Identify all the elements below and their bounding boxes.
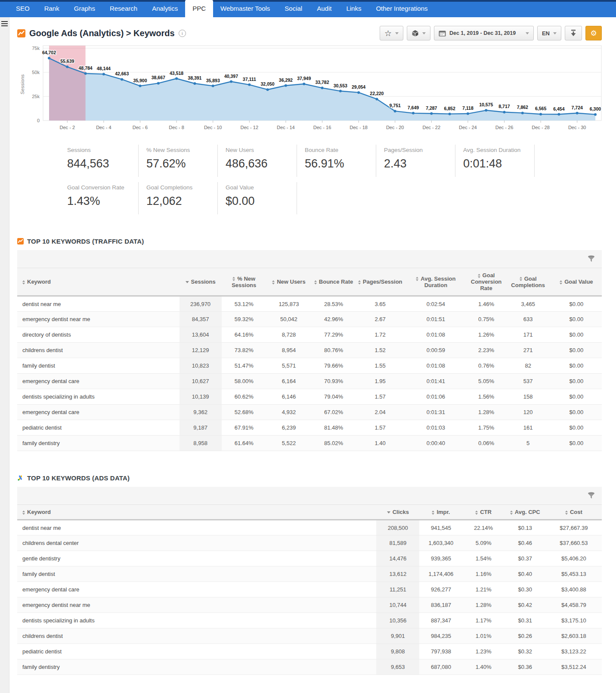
language-selector[interactable]: EN [537,26,561,40]
nav-item-other-integrations[interactable]: Other Integrations [368,0,435,17]
column-header-ctr[interactable]: CTR [463,505,505,520]
cell-impr: 926,277 [419,582,462,597]
settings-button[interactable]: ⚙ [585,26,602,40]
nav-item-links[interactable]: Links [339,0,368,17]
cell-goal-conversion-rate: 0.76% [467,358,505,374]
table-row: emergency dental care9,36252.68%4,93267.… [17,405,602,420]
info-icon[interactable]: i [179,30,186,37]
cell-cost: $3,175.10 [546,613,602,628]
column-header-goal-conversion-rate[interactable]: Goal Conversion Rate [467,268,505,296]
cell-bounce-rate: 67.02% [311,405,356,420]
cell-goal-conversion-rate: 1.56% [467,389,505,405]
column-header-impr[interactable]: Impr. [419,505,462,520]
column-header-goal-completions[interactable]: Goal Completions [505,268,551,296]
svg-text:50k: 50k [32,70,40,75]
cell-impr: 939,365 [419,551,462,566]
svg-text:Dec - 30: Dec - 30 [568,125,586,130]
cell-bounce-rate: 85.02% [311,436,356,451]
metric-new-users: New Users 486,636 [218,145,297,177]
google-ads-icon [17,475,24,481]
cell-avg-cpc: $0.32 [505,644,546,659]
package-button[interactable] [407,26,430,40]
column-header-avg-session-duration[interactable]: Avg. Session Duration [404,268,467,296]
cell-avg-cpc: $0.36 [505,659,546,675]
nav-item-webmaster-tools[interactable]: Webmaster Tools [213,0,277,17]
metric-label: Goal Conversion Rate [67,184,138,191]
column-header-keyword[interactable]: Keyword [17,268,180,296]
cell-goal-completions: 271 [505,343,551,358]
cell-bounce-rate: 28.53% [311,296,356,312]
download-button[interactable] [565,26,582,40]
nav-item-analytics[interactable]: Analytics [145,0,185,17]
column-header-cost[interactable]: Cost [546,505,602,520]
column-header-bounce-rate[interactable]: Bounce Rate [311,268,356,296]
svg-text:7,649: 7,649 [408,105,419,110]
cell-goal-value: $0.00 [551,436,602,451]
column-header-new-sessions[interactable]: % New Sessions [222,268,266,296]
section-title-text: TOP 10 KEYWORDS (TRAFFIC DATA) [27,238,144,245]
table-row: childrens dental center81,5891,603,3405.… [17,535,602,551]
svg-text:6,852: 6,852 [444,106,455,111]
svg-text:36,292: 36,292 [279,77,293,83]
cell-new-users: 6,164 [266,374,311,389]
column-header-new-users[interactable]: New Users [266,268,311,296]
traffic-table-title: TOP 10 KEYWORDS (TRAFFIC DATA) [17,238,602,245]
column-header-pages-session[interactable]: Pages/Session [356,268,404,296]
star-icon: ☆ [384,29,392,37]
table-row: dentists specializing in adults10,13960.… [17,389,602,405]
cell-pages-session: 1.95 [356,374,404,389]
header-toolbar: ☆ Dec 1, 2019 - Dec 31, 2019 EN [380,26,602,40]
metric-value: 12,062 [146,195,217,208]
chevron-down-icon [395,32,399,34]
cell-new-users: 6,146 [266,389,311,405]
svg-text:Dec - 28: Dec - 28 [532,125,550,130]
cell-avg-session-duration: 0:01:08 [404,358,467,374]
column-header-sessions[interactable]: Sessions [180,268,222,296]
favorites-button[interactable]: ☆ [380,26,403,40]
cell-impr: 836,187 [419,597,462,613]
svg-text:35,900: 35,900 [133,78,147,83]
cell-bounce-rate: 79.66% [311,358,356,374]
package-icon [412,30,419,37]
cell-pages-session: 1.40 [356,436,404,451]
cell-keyword: dentist near me [17,520,376,535]
nav-item-seo[interactable]: SEO [9,0,37,17]
column-header-keyword[interactable]: Keyword [17,505,376,520]
filter-icon[interactable] [588,255,595,263]
cell-avg-cpc: $0.40 [505,566,546,582]
svg-text:Dec - 18: Dec - 18 [350,125,368,130]
ads-keywords-table: KeywordClicksImpr.CTRAvg. CPCCostdentist… [17,487,602,675]
cell-avg-cpc: $0.30 [505,582,546,597]
cell-clicks: 9,808 [376,644,419,659]
cell-keyword: childrens dentist [17,628,376,644]
filter-icon[interactable] [588,492,595,499]
nav-item-ppc[interactable]: PPC [185,0,213,17]
cell-goal-completions: 633 [505,312,551,327]
nav-item-research[interactable]: Research [102,0,145,17]
nav-item-graphs[interactable]: Graphs [67,0,102,17]
nav-item-rank[interactable]: Rank [37,0,67,17]
cell-bounce-rate: 42.96% [311,312,356,327]
cell-new-sessions: 59.32% [222,312,266,327]
cell-new-users: 8,728 [266,327,311,343]
column-header-avg-cpc[interactable]: Avg. CPC [505,505,546,520]
google-analytics-icon [17,29,25,37]
chevron-down-icon [553,32,557,34]
cell-ctr: 1.28% [463,597,505,613]
hamburger-menu-icon[interactable] [1,21,8,26]
nav-item-social[interactable]: Social [277,0,310,17]
cell-bounce-rate: 80.76% [311,343,356,358]
nav-item-audit[interactable]: Audit [310,0,339,17]
date-range-picker[interactable]: Dec 1, 2019 - Dec 31, 2019 [434,26,534,40]
cell-keyword: gentle dentistry [17,551,376,566]
metric-goal-completions: Goal Completions 12,062 [139,182,218,214]
cell-new-sessions: 67.91% [222,420,266,436]
table-row: family dentist13,6121,174,4061.16%$0.40$… [17,566,602,582]
cell-avg-session-duration: 0:02:54 [404,296,467,312]
sort-icon [22,510,25,515]
cell-goal-completions: 158 [505,389,551,405]
cell-cost: $27,667.39 [546,520,602,535]
column-header-clicks[interactable]: Clicks [376,505,419,520]
cell-goal-completions: 3,465 [505,296,551,312]
column-header-goal-value[interactable]: Goal Value [551,268,602,296]
